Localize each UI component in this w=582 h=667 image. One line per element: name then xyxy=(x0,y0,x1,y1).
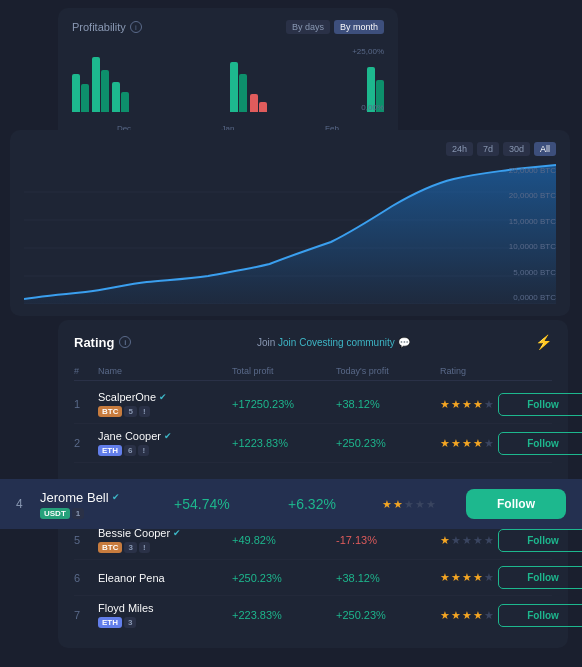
tag-num: 1 xyxy=(72,508,84,519)
jerome-trader-name: Jerome Bell ✔ USDT 1 xyxy=(40,490,170,519)
equity-card: 24h 7d 30d All 25,0000 BTC 20,0 xyxy=(10,130,570,316)
th-total: Total profit xyxy=(232,366,332,376)
verified-icon: ✔ xyxy=(112,492,120,502)
verified-icon: ✔ xyxy=(173,528,181,538)
th-rank: # xyxy=(74,366,94,376)
star: ★ xyxy=(440,398,450,411)
rank-2: 2 xyxy=(74,437,94,449)
bar-group-2 xyxy=(92,57,109,112)
star: ★ xyxy=(440,534,450,547)
tag-num: 6 xyxy=(124,445,136,456)
tag-num: 5 xyxy=(124,406,136,417)
th-today: Today's profit xyxy=(336,366,436,376)
community-link[interactable]: Join Covesting community xyxy=(278,337,395,348)
today-profit-6: +38.12% xyxy=(336,572,436,584)
star: ★ xyxy=(451,609,461,622)
today-profit-5: -17.13% xyxy=(336,534,436,546)
follow-btn-1[interactable]: Follow xyxy=(498,393,582,416)
verified-icon: ✔ xyxy=(164,431,172,441)
total-profit-1: +17250.23% xyxy=(232,398,332,410)
tag-alert: ! xyxy=(138,445,149,456)
trader-name-row: Eleanor Pena xyxy=(98,572,228,584)
star: ★ xyxy=(382,498,392,511)
tag-btc: BTC xyxy=(98,406,122,417)
star: ★ xyxy=(473,609,483,622)
tag-usdt: USDT xyxy=(40,508,70,519)
stars-7: ★ ★ ★ ★ ★ xyxy=(440,609,494,622)
period-btn-days[interactable]: By days xyxy=(286,20,330,34)
bar-group-3 xyxy=(112,82,129,112)
star: ★ xyxy=(440,437,450,450)
jerome-total-profit: +54.74% xyxy=(174,496,284,512)
bar xyxy=(81,84,89,112)
period-buttons: By days By month xyxy=(286,20,384,34)
star: ★ xyxy=(451,571,461,584)
community-text: Join Join Covesting community 💬 xyxy=(257,337,410,348)
bar-chart: +25,00% 0,00% xyxy=(72,42,384,122)
jerome-follow-btn[interactable]: Follow xyxy=(466,489,566,519)
rows-below-jerome: 5 Bessie Cooper ✔ BTC 3 ! +49.82% -17.13… xyxy=(74,521,552,634)
star: ★ xyxy=(404,498,414,511)
bar-red xyxy=(259,102,267,112)
th-action xyxy=(470,366,560,376)
star: ★ xyxy=(462,398,472,411)
follow-btn-7[interactable]: Follow xyxy=(498,604,582,627)
jerome-stars: ★ ★ ★ ★ ★ xyxy=(382,498,462,511)
follow-btn-5[interactable]: Follow xyxy=(498,529,582,552)
tag-alert: ! xyxy=(139,542,150,553)
bar xyxy=(112,82,120,112)
bar xyxy=(101,70,109,112)
time-btn-30d[interactable]: 30d xyxy=(503,142,530,156)
star: ★ xyxy=(393,498,403,511)
y-label-6: 0,0000 BTC xyxy=(509,293,556,302)
rank-6: 6 xyxy=(74,572,94,584)
profitability-title-text: Profitability xyxy=(72,21,126,33)
bar xyxy=(239,74,247,112)
table-row: 6 Eleanor Pena +250.23% +38.12% ★ ★ ★ ★ … xyxy=(74,560,552,596)
follow-btn-6[interactable]: Follow xyxy=(498,566,582,589)
total-profit-6: +250.23% xyxy=(232,572,332,584)
rating-info-icon[interactable]: i xyxy=(119,336,131,348)
star: ★ xyxy=(462,437,472,450)
time-btn-7d[interactable]: 7d xyxy=(477,142,499,156)
th-name: Name xyxy=(98,366,228,376)
bar-group-4 xyxy=(230,62,247,112)
tag-btc: BTC xyxy=(98,542,122,553)
y-label-3: 15,0000 BTC xyxy=(509,217,556,226)
star: ★ xyxy=(473,437,483,450)
rank-7: 7 xyxy=(74,609,94,621)
filter-icon[interactable]: ⚡ xyxy=(535,334,552,350)
trader-name-text: Eleanor Pena xyxy=(98,572,165,584)
jerome-today-profit: +6.32% xyxy=(288,496,378,512)
trader-tags: ETH 6 ! xyxy=(98,445,228,456)
today-profit-7: +250.23% xyxy=(336,609,436,621)
follow-btn-2[interactable]: Follow xyxy=(498,432,582,455)
bar xyxy=(230,62,238,112)
bar xyxy=(121,92,129,112)
time-btn-all[interactable]: All xyxy=(534,142,556,156)
trader-name-text: ScalperOne xyxy=(98,391,156,403)
verified-icon: ✔ xyxy=(159,392,167,402)
th-rating: Rating xyxy=(440,366,466,376)
star: ★ xyxy=(415,498,425,511)
equity-svg xyxy=(24,164,556,304)
trader-name-7: Floyd Miles ETH 3 xyxy=(98,602,228,628)
tag-eth: ETH xyxy=(98,445,122,456)
table-row: 1 ScalperOne ✔ BTC 5 ! +17250.23% +38.12… xyxy=(74,385,552,424)
stars-5: ★ ★ ★ ★ ★ xyxy=(440,534,494,547)
time-btn-24h[interactable]: 24h xyxy=(446,142,473,156)
bar-red xyxy=(250,94,258,112)
star: ★ xyxy=(484,534,494,547)
today-profit-1: +38.12% xyxy=(336,398,436,410)
star: ★ xyxy=(484,437,494,450)
bar xyxy=(72,74,80,112)
join-text: Join xyxy=(257,337,278,348)
total-profit-7: +223.83% xyxy=(232,609,332,621)
equity-time-buttons: 24h 7d 30d All xyxy=(24,142,556,156)
profitability-info-icon[interactable]: i xyxy=(130,21,142,33)
stars-1: ★ ★ ★ ★ ★ xyxy=(440,398,494,411)
period-btn-month[interactable]: By month xyxy=(334,20,384,34)
y-label-2: 20,0000 BTC xyxy=(509,191,556,200)
today-profit-2: +250.23% xyxy=(336,437,436,449)
trader-name-1: ScalperOne ✔ BTC 5 ! xyxy=(98,391,228,417)
